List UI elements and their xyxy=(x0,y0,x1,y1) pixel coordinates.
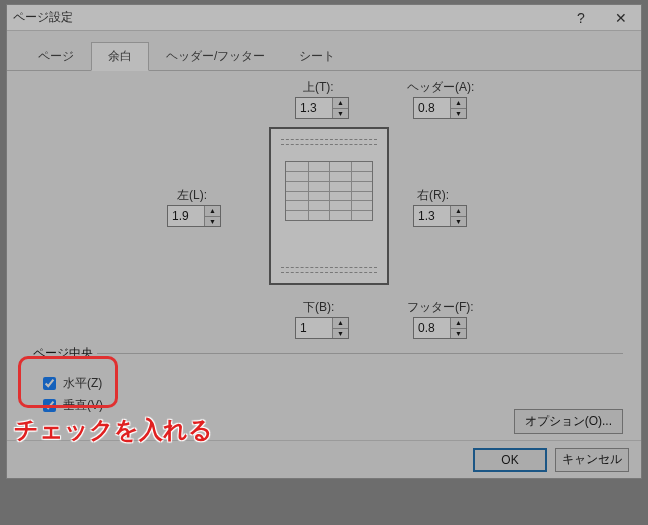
header-margin-spinner[interactable]: ▲▼ xyxy=(413,97,467,119)
margins-panel: 上(T): ▲▼ ヘッダー(A): ▲▼ 左(L): ▲▼ 右(R): ▲▼ 下… xyxy=(7,71,641,411)
options-button[interactable]: オプション(O)... xyxy=(514,409,623,434)
dialog-title: ページ設定 xyxy=(7,9,561,26)
spin-up-icon[interactable]: ▲ xyxy=(333,318,348,329)
center-group-separator xyxy=(97,353,623,354)
close-button[interactable]: ✕ xyxy=(601,5,641,31)
spin-down-icon[interactable]: ▼ xyxy=(451,217,466,227)
center-vertical-label: 垂直(V) xyxy=(63,397,103,414)
header-margin-label: ヘッダー(A): xyxy=(407,79,474,96)
spin-up-icon[interactable]: ▲ xyxy=(205,206,220,217)
top-margin-input[interactable] xyxy=(296,98,332,118)
bottom-margin-spinner[interactable]: ▲▼ xyxy=(295,317,349,339)
footer-margin-input[interactable] xyxy=(414,318,450,338)
footer-margin-label: フッター(F): xyxy=(407,299,474,316)
center-horizontal-label: 水平(Z) xyxy=(63,375,102,392)
top-margin-label: 上(T): xyxy=(303,79,334,96)
spin-up-icon[interactable]: ▲ xyxy=(451,206,466,217)
tab-page[interactable]: ページ xyxy=(21,42,91,71)
ok-button[interactable]: OK xyxy=(473,448,547,472)
left-margin-label: 左(L): xyxy=(177,187,207,204)
help-button[interactable]: ? xyxy=(561,5,601,31)
center-vertical-input[interactable] xyxy=(43,399,56,412)
tab-headerfooter[interactable]: ヘッダー/フッター xyxy=(149,42,282,71)
spin-up-icon[interactable]: ▲ xyxy=(451,98,466,109)
spin-down-icon[interactable]: ▼ xyxy=(451,109,466,119)
annotation-text: チェックを入れる xyxy=(14,414,213,446)
footer-margin-spinner[interactable]: ▲▼ xyxy=(413,317,467,339)
left-margin-spinner[interactable]: ▲▼ xyxy=(167,205,221,227)
left-margin-input[interactable] xyxy=(168,206,204,226)
spin-down-icon[interactable]: ▼ xyxy=(333,109,348,119)
right-margin-input[interactable] xyxy=(414,206,450,226)
tab-margins[interactable]: 余白 xyxy=(91,42,149,71)
top-margin-spinner[interactable]: ▲▼ xyxy=(295,97,349,119)
page-preview xyxy=(269,127,389,285)
header-margin-input[interactable] xyxy=(414,98,450,118)
right-margin-label: 右(R): xyxy=(417,187,449,204)
titlebar: ページ設定 ? ✕ xyxy=(7,5,641,31)
spin-down-icon[interactable]: ▼ xyxy=(333,329,348,339)
page-setup-dialog: ページ設定 ? ✕ ページ 余白 ヘッダー/フッター シート 上(T): ▲▼ … xyxy=(6,4,642,479)
center-horizontal-checkbox[interactable]: 水平(Z) xyxy=(39,374,103,393)
spin-down-icon[interactable]: ▼ xyxy=(205,217,220,227)
center-vertical-checkbox[interactable]: 垂直(V) xyxy=(39,396,103,415)
center-group-label: ページ中央 xyxy=(29,345,97,362)
spin-up-icon[interactable]: ▲ xyxy=(451,318,466,329)
spin-down-icon[interactable]: ▼ xyxy=(451,329,466,339)
cancel-button[interactable]: キャンセル xyxy=(555,448,629,472)
center-horizontal-input[interactable] xyxy=(43,377,56,390)
bottom-margin-input[interactable] xyxy=(296,318,332,338)
bottom-margin-label: 下(B): xyxy=(303,299,334,316)
right-margin-spinner[interactable]: ▲▼ xyxy=(413,205,467,227)
tabstrip: ページ 余白 ヘッダー/フッター シート xyxy=(7,31,641,71)
preview-grid-icon xyxy=(285,161,373,221)
tab-sheet[interactable]: シート xyxy=(282,42,352,71)
spin-up-icon[interactable]: ▲ xyxy=(333,98,348,109)
